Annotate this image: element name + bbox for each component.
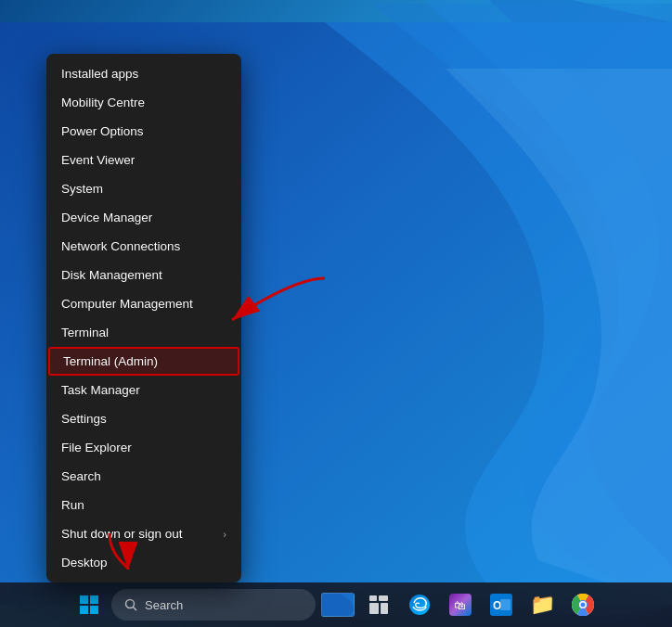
search-bar[interactable]: Search xyxy=(111,589,316,621)
task-view-icon xyxy=(368,595,389,615)
taskbar: Search xyxy=(0,582,672,627)
chrome-icon xyxy=(572,594,594,616)
menu-item-event-viewer[interactable]: Event Viewer xyxy=(46,146,241,174)
task-view-button[interactable] xyxy=(360,586,397,623)
svg-rect-12 xyxy=(369,603,379,614)
menu-item-system[interactable]: System xyxy=(46,174,241,203)
menu-item-computer-management[interactable]: Computer Management xyxy=(46,289,241,318)
menu-item-power-options[interactable]: Power Options xyxy=(46,117,241,146)
svg-rect-10 xyxy=(369,595,377,601)
search-label: Search xyxy=(145,598,183,612)
store-button[interactable]: 🛍 xyxy=(442,586,479,623)
menu-item-terminal[interactable]: Terminal xyxy=(46,318,241,347)
edge-icon xyxy=(408,594,431,616)
context-menu: Installed apps Mobility Centre Power Opt… xyxy=(46,54,241,582)
menu-item-mobility-centre[interactable]: Mobility Centre xyxy=(46,88,241,117)
svg-rect-3 xyxy=(80,595,88,604)
outlook-icon: O xyxy=(490,594,512,616)
menu-item-task-manager[interactable]: Task Manager xyxy=(46,376,241,404)
menu-item-disk-management[interactable]: Disk Management xyxy=(46,261,241,289)
svg-point-7 xyxy=(126,600,135,608)
search-icon xyxy=(124,598,137,611)
svg-point-23 xyxy=(581,603,586,608)
svg-rect-13 xyxy=(381,603,388,614)
svg-text:O: O xyxy=(493,599,501,612)
chevron-right-icon: › xyxy=(223,529,226,540)
svg-rect-6 xyxy=(90,606,98,614)
start-button[interactable] xyxy=(71,586,108,623)
menu-item-search[interactable]: Search xyxy=(46,462,241,491)
menu-item-shut-down[interactable]: Shut down or sign out › xyxy=(46,519,241,548)
svg-rect-11 xyxy=(379,595,388,601)
outlook-button[interactable]: O xyxy=(483,586,520,623)
menu-item-device-manager[interactable]: Device Manager xyxy=(46,203,241,232)
svg-line-8 xyxy=(134,608,137,611)
chrome-button[interactable] xyxy=(564,586,601,623)
file-explorer-button[interactable]: 📁 xyxy=(523,586,561,623)
svg-rect-5 xyxy=(80,606,88,614)
menu-item-desktop[interactable]: Desktop xyxy=(46,548,241,577)
menu-item-settings[interactable]: Settings xyxy=(46,404,241,433)
widgets-button[interactable] xyxy=(319,586,356,623)
menu-item-run[interactable]: Run xyxy=(46,491,241,519)
menu-item-network-connections[interactable]: Network Connections xyxy=(46,232,241,261)
menu-item-file-explorer[interactable]: File Explorer xyxy=(46,433,241,462)
svg-text:🛍: 🛍 xyxy=(454,598,466,612)
menu-item-installed-apps[interactable]: Installed apps xyxy=(46,59,241,88)
menu-item-terminal-admin[interactable]: Terminal (Admin) xyxy=(48,347,239,376)
file-explorer-icon: 📁 xyxy=(530,593,555,617)
widgets-icon xyxy=(321,593,355,617)
svg-rect-4 xyxy=(90,595,98,604)
store-icon: 🛍 xyxy=(449,594,472,616)
edge-button[interactable] xyxy=(401,586,438,623)
svg-rect-19 xyxy=(500,599,510,610)
